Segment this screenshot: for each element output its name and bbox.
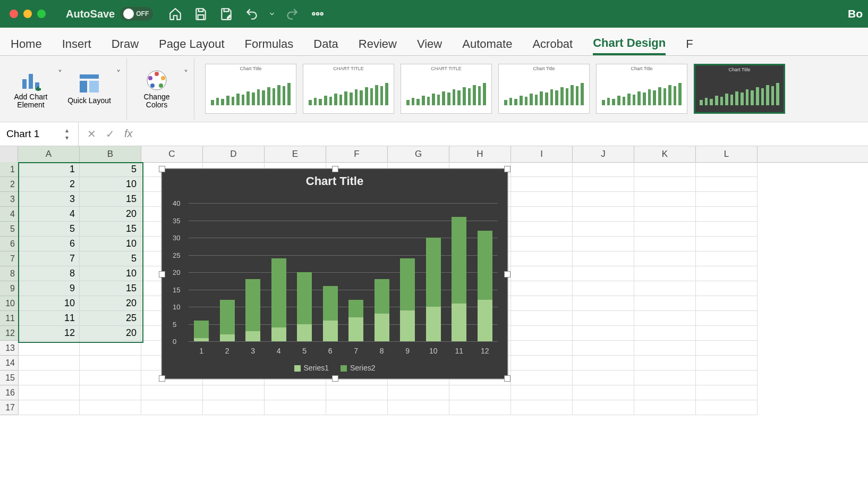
column-header[interactable]: G: [388, 146, 449, 162]
cell[interactable]: [573, 192, 634, 207]
column-header[interactable]: D: [203, 146, 265, 162]
cell[interactable]: [696, 237, 758, 251]
formula-accept-icon[interactable]: ✓: [106, 128, 115, 140]
add-chart-element-button[interactable]: Add Chart Element: [6, 69, 55, 110]
chart-style-thumb[interactable]: CHART TITLE: [303, 64, 394, 114]
chart-style-thumb[interactable]: Chart Title: [498, 64, 590, 114]
cell[interactable]: 6: [18, 237, 80, 251]
cell[interactable]: 10: [18, 296, 80, 311]
select-all-corner[interactable]: [0, 146, 18, 162]
cell[interactable]: [573, 281, 634, 296]
redo-icon[interactable]: [282, 3, 303, 24]
row-header[interactable]: 2: [0, 177, 18, 192]
cell[interactable]: [696, 371, 758, 385]
row-header[interactable]: 12: [0, 326, 18, 341]
row-header[interactable]: 10: [0, 296, 18, 311]
row-header[interactable]: 5: [0, 222, 18, 237]
tab-draw[interactable]: Draw: [112, 37, 139, 55]
cell[interactable]: [634, 177, 696, 192]
chart-bar[interactable]: [220, 300, 235, 341]
quick-layout-dropdown[interactable]: ˅: [114, 69, 123, 79]
name-box[interactable]: Chart 1 ▴▾: [0, 122, 79, 146]
row-header[interactable]: 1: [0, 162, 18, 177]
chart-bar[interactable]: [323, 286, 338, 341]
cell[interactable]: 10: [80, 237, 141, 251]
cell[interactable]: [511, 400, 573, 415]
chart-bar[interactable]: [426, 238, 441, 341]
tab-automate[interactable]: Automate: [462, 37, 512, 55]
cell[interactable]: [80, 356, 141, 371]
cell[interactable]: 2: [18, 177, 80, 192]
column-header[interactable]: L: [696, 146, 758, 162]
cell[interactable]: [573, 326, 634, 341]
undo-dropdown-icon[interactable]: [267, 3, 277, 24]
cell[interactable]: [696, 385, 758, 400]
cell[interactable]: 7: [18, 251, 80, 266]
chart-bar[interactable]: [194, 321, 209, 341]
cell[interactable]: [511, 192, 573, 207]
cell[interactable]: [573, 371, 634, 385]
cell[interactable]: 10: [80, 266, 141, 281]
row-header[interactable]: 11: [0, 311, 18, 326]
row-header[interactable]: 7: [0, 251, 18, 266]
cell[interactable]: 12: [18, 326, 80, 341]
cell[interactable]: [634, 356, 696, 371]
cell[interactable]: [388, 385, 449, 400]
home-icon[interactable]: [165, 3, 186, 24]
chart-resize-handle[interactable]: [159, 375, 165, 382]
cell[interactable]: [388, 400, 449, 415]
cell[interactable]: [634, 266, 696, 281]
tab-insert[interactable]: Insert: [62, 37, 91, 55]
cell[interactable]: [634, 281, 696, 296]
chart-bar[interactable]: [297, 272, 312, 341]
chart-bar[interactable]: [400, 258, 415, 341]
column-header[interactable]: E: [265, 146, 326, 162]
cell[interactable]: [696, 326, 758, 341]
quick-layout-button[interactable]: Quick Layout: [65, 72, 114, 105]
cell[interactable]: [449, 385, 511, 400]
row-header[interactable]: 3: [0, 192, 18, 207]
cell[interactable]: [634, 371, 696, 385]
cell[interactable]: [511, 251, 573, 266]
cell[interactable]: [634, 341, 696, 356]
cell[interactable]: [696, 251, 758, 266]
chart-resize-handle[interactable]: [332, 375, 338, 382]
cell[interactable]: [573, 356, 634, 371]
cell[interactable]: [696, 177, 758, 192]
cell[interactable]: [203, 385, 265, 400]
cell[interactable]: [511, 162, 573, 177]
cell[interactable]: [634, 400, 696, 415]
cell[interactable]: [265, 400, 326, 415]
cell[interactable]: [18, 400, 80, 415]
column-header[interactable]: B: [80, 146, 141, 162]
cell[interactable]: [634, 192, 696, 207]
chart-style-thumb[interactable]: Chart Title: [205, 64, 296, 114]
tab-page-layout[interactable]: Page Layout: [159, 37, 225, 55]
cell[interactable]: [265, 385, 326, 400]
tab-formulas[interactable]: Formulas: [245, 37, 294, 55]
cell[interactable]: [511, 371, 573, 385]
tab-acrobat[interactable]: Acrobat: [532, 37, 573, 55]
cell[interactable]: [511, 281, 573, 296]
column-header[interactable]: C: [141, 146, 203, 162]
cell[interactable]: [511, 311, 573, 326]
cell[interactable]: 4: [18, 207, 80, 222]
save-as-icon[interactable]: [216, 3, 237, 24]
cell[interactable]: [696, 192, 758, 207]
column-header[interactable]: A: [18, 146, 80, 162]
cell[interactable]: [80, 400, 141, 415]
cell[interactable]: [18, 385, 80, 400]
tab-view[interactable]: View: [417, 37, 442, 55]
cell[interactable]: 20: [80, 296, 141, 311]
cell[interactable]: [511, 385, 573, 400]
cell[interactable]: 15: [80, 281, 141, 296]
undo-icon[interactable]: [241, 3, 262, 24]
row-header[interactable]: 9: [0, 281, 18, 296]
cell[interactable]: [511, 356, 573, 371]
cell[interactable]: [634, 385, 696, 400]
cell[interactable]: 25: [80, 311, 141, 326]
cell[interactable]: [696, 207, 758, 222]
cell[interactable]: [573, 177, 634, 192]
cell[interactable]: [326, 400, 388, 415]
chart-resize-handle[interactable]: [159, 166, 165, 172]
